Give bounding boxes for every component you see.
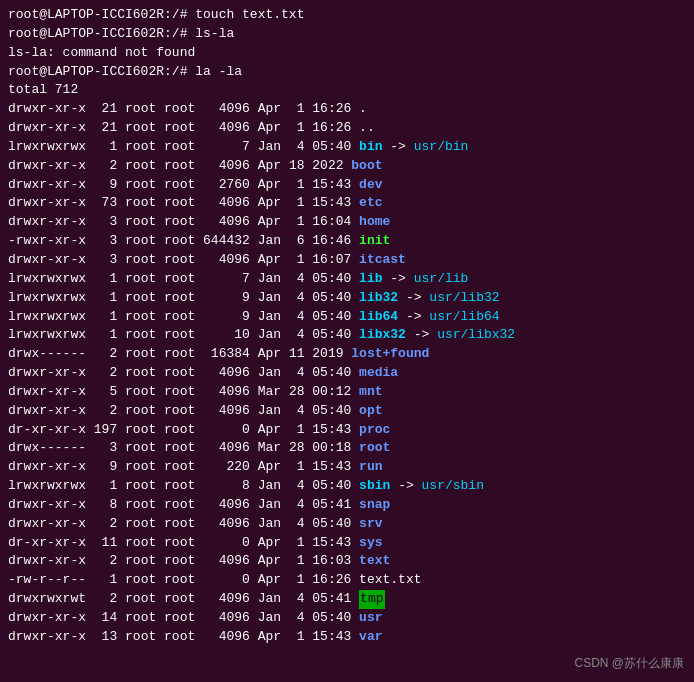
terminal-line: drwxr-xr-x 9 root root 2760 Apr 1 15:43 … (8, 176, 686, 195)
terminal-line: drwxr-xr-x 2 root root 4096 Jan 4 05:40 … (8, 515, 686, 534)
watermark: CSDN @苏什么康康 (574, 655, 684, 672)
terminal-line: -rw-r--r-- 1 root root 0 Apr 1 16:26 tex… (8, 571, 686, 590)
terminal-line: drwxr-xr-x 73 root root 4096 Apr 1 15:43… (8, 194, 686, 213)
terminal-line: drwxr-xr-x 3 root root 4096 Apr 1 16:04 … (8, 213, 686, 232)
terminal-line: drwx------ 2 root root 16384 Apr 11 2019… (8, 345, 686, 364)
terminal-line: ls-la: command not found (8, 44, 686, 63)
terminal-line: lrwxrwxrwx 1 root root 8 Jan 4 05:40 sbi… (8, 477, 686, 496)
terminal-line: drwxr-xr-x 5 root root 4096 Mar 28 00:12… (8, 383, 686, 402)
terminal-line: drwxr-xr-x 13 root root 4096 Apr 1 15:43… (8, 628, 686, 647)
terminal-line: drwxr-xr-x 2 root root 4096 Apr 1 16:03 … (8, 552, 686, 571)
terminal-line: drwxr-xr-x 21 root root 4096 Apr 1 16:26… (8, 100, 686, 119)
terminal-line: drwxr-xr-x 14 root root 4096 Jan 4 05:40… (8, 609, 686, 628)
terminal-line: drwxr-xr-x 2 root root 4096 Apr 18 2022 … (8, 157, 686, 176)
terminal-line: drwxr-xr-x 2 root root 4096 Jan 4 05:40 … (8, 364, 686, 383)
terminal-line: drwxr-xr-x 21 root root 4096 Apr 1 16:26… (8, 119, 686, 138)
terminal-line: lrwxrwxrwx 1 root root 7 Jan 4 05:40 lib… (8, 270, 686, 289)
terminal-line: drwxr-xr-x 3 root root 4096 Apr 1 16:07 … (8, 251, 686, 270)
terminal-line: lrwxrwxrwx 1 root root 7 Jan 4 05:40 bin… (8, 138, 686, 157)
terminal-line: drwxr-xr-x 9 root root 220 Apr 1 15:43 r… (8, 458, 686, 477)
terminal-line: lrwxrwxrwx 1 root root 9 Jan 4 05:40 lib… (8, 289, 686, 308)
terminal-line: drwxr-xr-x 2 root root 4096 Jan 4 05:40 … (8, 402, 686, 421)
terminal[interactable]: root@LAPTOP-ICCI602R:/# touch text.txtro… (0, 0, 694, 682)
terminal-line: dr-xr-xr-x 197 root root 0 Apr 1 15:43 p… (8, 421, 686, 440)
terminal-line: drwxr-xr-x 8 root root 4096 Jan 4 05:41 … (8, 496, 686, 515)
terminal-line: drwxrwxrwt 2 root root 4096 Jan 4 05:41 … (8, 590, 686, 609)
terminal-line: total 712 (8, 81, 686, 100)
terminal-line: root@LAPTOP-ICCI602R:/# la -la (8, 63, 686, 82)
terminal-line: dr-xr-xr-x 11 root root 0 Apr 1 15:43 sy… (8, 534, 686, 553)
terminal-line: root@LAPTOP-ICCI602R:/# touch text.txt (8, 6, 686, 25)
terminal-line: lrwxrwxrwx 1 root root 10 Jan 4 05:40 li… (8, 326, 686, 345)
terminal-line: lrwxrwxrwx 1 root root 9 Jan 4 05:40 lib… (8, 308, 686, 327)
terminal-line: drwx------ 3 root root 4096 Mar 28 00:18… (8, 439, 686, 458)
terminal-line: -rwxr-xr-x 3 root root 644432 Jan 6 16:4… (8, 232, 686, 251)
terminal-line: root@LAPTOP-ICCI602R:/# ls-la (8, 25, 686, 44)
